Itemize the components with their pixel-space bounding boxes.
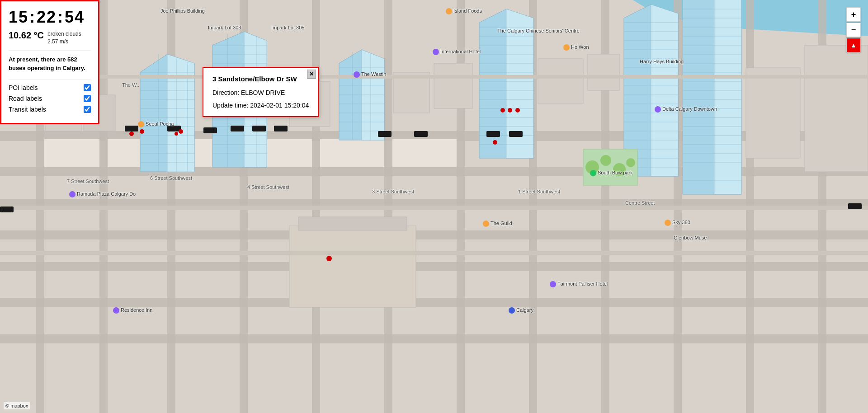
svg-point-141 [600, 155, 611, 166]
svg-rect-157 [486, 131, 500, 137]
svg-point-166 [493, 140, 497, 145]
layer-poi-label: POI labels [9, 84, 38, 91]
svg-point-164 [508, 108, 512, 113]
svg-marker-61 [651, 5, 678, 176]
svg-rect-138 [298, 217, 407, 230]
svg-point-143 [626, 158, 635, 167]
poi-residence-inn: Residence Inn [113, 307, 152, 314]
svg-marker-27 [167, 54, 194, 172]
map-container[interactable]: Island Foods Impark Lot 303 Impark Lot 3… [0, 0, 868, 413]
road-centre-street: Centre Street [625, 200, 655, 206]
info-panel: 15 : 22 : 54 10.62 °C broken clouds 2.57… [0, 0, 99, 124]
svg-rect-159 [848, 203, 862, 209]
layer-transit-checkbox[interactable] [84, 106, 91, 113]
road-1-street: 1 Street Southwest [518, 189, 560, 194]
svg-point-165 [515, 108, 520, 113]
svg-point-148 [129, 131, 134, 136]
weather-row: 10.62 °C broken clouds 2.57 m/s [9, 30, 91, 46]
svg-rect-24 [320, 139, 384, 167]
svg-rect-152 [231, 126, 244, 131]
poi-delta: Delta Calgary Downtown [655, 106, 717, 113]
svg-rect-158 [509, 131, 523, 137]
weather-description: broken clouds 2.57 m/s [47, 30, 81, 46]
poi-calgary: Calgary [509, 307, 533, 314]
poi-calgary-chinese: The Calgary Chinese Seniors' Centre [497, 28, 580, 33]
time-display: 15 : 22 : 54 [9, 8, 91, 27]
time-minutes: 22 [37, 8, 57, 27]
north-button[interactable]: ▲ [846, 38, 861, 52]
svg-rect-151 [203, 127, 217, 133]
poi-guild: The Guild [483, 221, 512, 227]
time-sep-2: : [57, 8, 64, 27]
svg-rect-135 [746, 68, 800, 158]
bus-popup: ✕ 3 Sandstone/Elbow Dr SW Direction: ELB… [203, 67, 319, 117]
layer-poi[interactable]: POI labels [9, 84, 91, 91]
road-7-street: 7 Street Southwest [67, 178, 109, 184]
poi-westin: The Westin [354, 71, 386, 78]
time-sep-1: : [29, 8, 36, 27]
svg-rect-136 [805, 45, 868, 172]
layer-road[interactable]: Road labels [9, 95, 91, 102]
poi-joe-phillips: Joe Phillips Building [160, 8, 205, 14]
svg-rect-25 [392, 139, 457, 167]
poi-glenbow: Glenbow Muse [674, 235, 707, 240]
svg-rect-137 [289, 226, 416, 307]
layer-controls: POI labels Road labels Transit labels [9, 79, 91, 113]
poi-seoul-pocha: Seoul Pocha [138, 121, 174, 127]
road-4-street: 4 Street Southwest [247, 184, 289, 190]
layer-poi-checkbox[interactable] [84, 84, 91, 91]
svg-rect-134 [588, 54, 619, 90]
svg-rect-153 [252, 126, 266, 131]
popup-update: Update time: 2024-02-01 15:20:04 [212, 102, 309, 109]
time-seconds: 54 [65, 8, 85, 27]
popup-direction-value: ELBOW DRIVE [241, 89, 285, 96]
svg-rect-155 [378, 131, 392, 137]
svg-point-150 [175, 132, 178, 136]
map-attribution: © mapbox [4, 402, 30, 409]
layer-transit-label: Transit labels [9, 106, 46, 113]
poi-ramada: Ramada Plaza Calgary Do [69, 191, 136, 197]
poi-ho-won: Ho Won [563, 44, 589, 51]
svg-rect-147 [125, 126, 138, 131]
popup-route: 3 Sandstone/Elbow Dr SW [212, 75, 309, 83]
poi-south-bow: South Bow park [590, 170, 633, 176]
svg-point-167 [326, 256, 332, 261]
road-3-street: 3 Street Southwest [372, 189, 414, 194]
poi-harry-hays: Harry Hays Building [640, 59, 684, 64]
popup-update-label: Update time: [212, 102, 248, 109]
poi-sky360: Sky 360 [665, 220, 690, 226]
svg-rect-20 [44, 139, 99, 167]
svg-rect-7 [0, 334, 868, 343]
svg-rect-154 [274, 126, 288, 131]
map-controls: + − ▲ [846, 7, 861, 52]
svg-point-161 [140, 129, 144, 134]
zoom-out-button[interactable]: − [846, 23, 861, 37]
road-6-street: 6 Street Southwest [150, 175, 192, 181]
svg-rect-132 [434, 63, 472, 108]
road-the-w: The W... [122, 82, 141, 88]
bus-info: At present, there are 582 buses operatin… [9, 50, 91, 73]
layer-road-checkbox[interactable] [84, 95, 91, 102]
popup-close-button[interactable]: ✕ [307, 70, 316, 79]
time-hours: 15 [9, 8, 28, 27]
popup-direction-label: Direction: [212, 89, 239, 96]
temperature: 10.62 °C [9, 30, 44, 41]
svg-marker-80 [714, 0, 741, 194]
svg-rect-5 [0, 262, 868, 271]
poi-island-foods: Island Foods [446, 8, 482, 14]
svg-point-162 [179, 129, 183, 134]
svg-rect-6 [0, 298, 868, 307]
svg-rect-160 [0, 206, 14, 212]
layer-transit[interactable]: Transit labels [9, 106, 91, 113]
popup-direction: Direction: ELBOW DRIVE [212, 89, 309, 96]
poi-international-hotel: International Hotel [433, 49, 481, 55]
svg-rect-156 [414, 131, 428, 137]
popup-update-value: 2024-02-01 15:20:04 [250, 102, 309, 109]
poi-impark-305: Impark Lot 305 [271, 25, 304, 30]
svg-rect-133 [538, 59, 583, 104]
poi-fairmont: Fairmont Palliser Hotel [550, 281, 608, 287]
zoom-in-button[interactable]: + [846, 7, 861, 22]
svg-rect-4 [0, 230, 868, 239]
svg-point-163 [500, 108, 505, 113]
layer-road-label: Road labels [9, 95, 42, 102]
